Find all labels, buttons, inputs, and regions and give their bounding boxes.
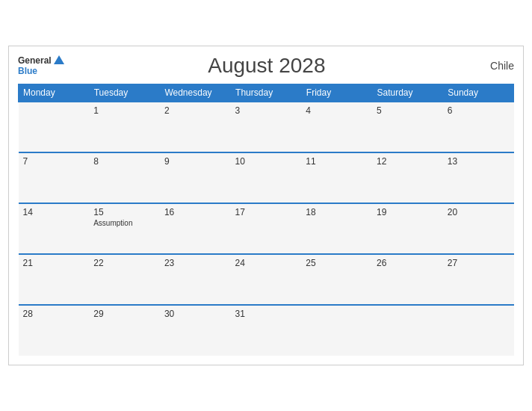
- calendar-cell: 13: [443, 152, 514, 203]
- weekday-header-monday: Monday: [19, 84, 90, 102]
- day-number: 4: [306, 105, 311, 116]
- holiday-label: Assumption: [93, 219, 155, 227]
- calendar-cell: 3: [231, 102, 302, 152]
- calendar-cell: 29: [89, 305, 160, 356]
- logo-blue-text: Blue: [18, 66, 37, 76]
- weekday-header-sunday: Sunday: [443, 84, 514, 102]
- day-number: 14: [23, 207, 33, 217]
- calendar-week-2: 78910111213: [19, 152, 514, 203]
- calendar-cell: [443, 305, 514, 356]
- day-number: 5: [377, 105, 382, 116]
- day-number: 6: [448, 105, 453, 116]
- day-number: 26: [377, 258, 386, 268]
- day-number: 8: [93, 156, 99, 167]
- calendar-container: General Blue August 2028 Chile MondayTue…: [8, 46, 524, 365]
- calendar-cell: 16: [160, 203, 231, 254]
- calendar-cell: 26: [372, 254, 443, 305]
- calendar-cell: 28: [19, 305, 90, 356]
- calendar-cell: 2: [160, 102, 231, 152]
- weekday-header-friday: Friday: [301, 84, 372, 102]
- day-number: 22: [93, 258, 103, 268]
- calendar-cell: 14: [19, 203, 90, 254]
- weekday-header-tuesday: Tuesday: [89, 84, 160, 102]
- day-number: 7: [23, 156, 28, 167]
- day-number: 10: [235, 156, 245, 167]
- day-number: 20: [448, 207, 457, 217]
- logo-general-text: General: [18, 55, 52, 66]
- day-number: 17: [235, 207, 245, 217]
- day-number: 3: [235, 105, 241, 116]
- calendar-cell: [19, 102, 90, 152]
- calendar-cell: 24: [231, 254, 302, 305]
- calendar-cell: 11: [301, 152, 372, 203]
- day-number: 13: [448, 156, 457, 167]
- day-number: 15: [93, 207, 103, 217]
- calendar-cell: 22: [89, 254, 160, 305]
- day-number: 19: [377, 207, 386, 217]
- day-number: 21: [23, 258, 33, 268]
- day-number: 18: [306, 207, 315, 217]
- calendar-week-1: 123456: [19, 102, 514, 152]
- calendar-cell: 18: [301, 203, 372, 254]
- calendar-header: General Blue August 2028 Chile: [18, 54, 514, 78]
- day-number: 25: [306, 258, 315, 268]
- day-number: 27: [448, 258, 457, 268]
- calendar-cell: 21: [19, 254, 90, 305]
- calendar-cell: 9: [160, 152, 231, 203]
- calendar-cell: 23: [160, 254, 231, 305]
- day-number: 29: [93, 309, 103, 319]
- day-number: 30: [164, 309, 174, 319]
- calendar-week-4: 21222324252627: [19, 254, 514, 305]
- calendar-cell: 31: [231, 305, 302, 356]
- calendar-cell: 1: [89, 102, 160, 152]
- weekday-header-wednesday: Wednesday: [160, 84, 231, 102]
- calendar-cell: 17: [231, 203, 302, 254]
- weekday-header-thursday: Thursday: [231, 84, 302, 102]
- calendar-cell: 30: [160, 305, 231, 356]
- logo-triangle-icon: [54, 55, 64, 64]
- month-title: August 2028: [64, 54, 469, 78]
- calendar-week-5: 28293031: [19, 305, 514, 356]
- logo: General Blue: [18, 55, 64, 77]
- day-number: 12: [377, 156, 386, 167]
- calendar-cell: 12: [372, 152, 443, 203]
- day-number: 24: [235, 258, 245, 268]
- day-number: 31: [235, 309, 245, 319]
- calendar-cell: 7: [19, 152, 90, 203]
- calendar-table: MondayTuesdayWednesdayThursdayFridaySatu…: [18, 84, 514, 356]
- calendar-cell: [301, 305, 372, 356]
- day-number: 9: [164, 156, 170, 167]
- calendar-cell: 20: [443, 203, 514, 254]
- calendar-cell: 4: [301, 102, 372, 152]
- calendar-cell: 10: [231, 152, 302, 203]
- day-number: 11: [306, 156, 315, 167]
- day-number: 1: [93, 105, 99, 116]
- calendar-cell: 19: [372, 203, 443, 254]
- calendar-cell: 8: [89, 152, 160, 203]
- calendar-cell: 6: [443, 102, 514, 152]
- country-label: Chile: [469, 60, 514, 72]
- calendar-cell: 25: [301, 254, 372, 305]
- calendar-cell: 27: [443, 254, 514, 305]
- weekday-header-saturday: Saturday: [372, 84, 443, 102]
- calendar-header-row: MondayTuesdayWednesdayThursdayFridaySatu…: [19, 84, 514, 102]
- day-number: 28: [23, 309, 33, 319]
- calendar-body: 123456789101112131415Assumption161718192…: [19, 102, 514, 356]
- calendar-cell: 15Assumption: [89, 203, 160, 254]
- day-number: 23: [164, 258, 174, 268]
- calendar-cell: 5: [372, 102, 443, 152]
- day-number: 2: [164, 105, 170, 116]
- day-number: 16: [164, 207, 174, 217]
- calendar-cell: [372, 305, 443, 356]
- calendar-week-3: 1415Assumption1617181920: [19, 203, 514, 254]
